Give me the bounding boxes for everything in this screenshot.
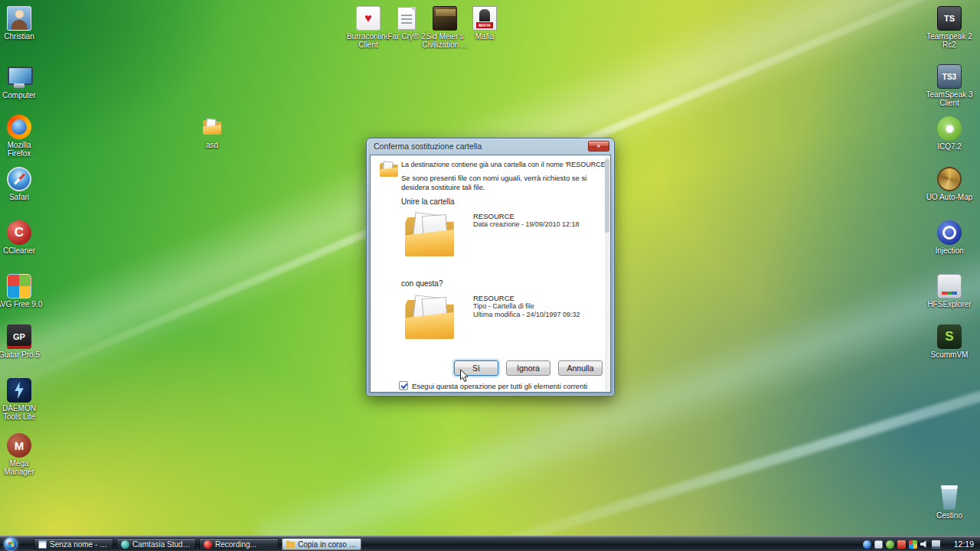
apply-to-all-label: Esegui questa operazione per tutti gli e… bbox=[412, 382, 587, 390]
mega-manager-icon bbox=[7, 433, 31, 458]
taskbar-button-notepad[interactable]: Senza nome - Blocco... bbox=[34, 538, 113, 550]
desktop-icon-recycle-bin[interactable]: Cestino bbox=[925, 485, 974, 520]
mafia-icon bbox=[472, 6, 497, 31]
tray-app-icon-light[interactable] bbox=[874, 540, 883, 549]
desktop-icon-ccleaner[interactable]: CCleaner bbox=[0, 220, 44, 255]
dialog-button-row: Sì Ignora Annulla bbox=[454, 360, 603, 376]
system-tray bbox=[863, 536, 940, 551]
desktop-icon-daemon-tools[interactable]: DAEMON Tools Lite bbox=[0, 378, 44, 421]
volume-icon[interactable] bbox=[920, 540, 929, 549]
recycle-bin-icon bbox=[939, 485, 959, 510]
notepad-icon bbox=[38, 540, 47, 549]
desktop-icon-label: TeamSpeak 3 Client bbox=[925, 90, 974, 107]
close-button[interactable]: × bbox=[588, 141, 609, 152]
source-folder-info: RESOURCE Data creazione - 19/09/2010 12:… bbox=[473, 212, 580, 229]
taskbar-button-label: Camtasia Studio - U... bbox=[132, 540, 191, 549]
desktop-icon-label: DAEMON Tools Lite bbox=[0, 404, 44, 421]
desktop-icon-injection[interactable]: Injection bbox=[925, 220, 974, 255]
yes-button[interactable]: Sì bbox=[454, 360, 498, 376]
desktop-icon-guitar-pro[interactable]: Guitar Pro 5 bbox=[0, 324, 44, 359]
with-this-label: con questa? bbox=[401, 279, 443, 288]
desktop-icon-label: CCleaner bbox=[3, 246, 35, 255]
network-icon[interactable] bbox=[932, 540, 940, 549]
teamspeak3-icon bbox=[937, 64, 962, 89]
dialog-subtext: Se sono presenti file con nomi uguali, v… bbox=[401, 174, 606, 192]
desktop-icon-label: Mega Manager bbox=[0, 459, 44, 476]
injection-icon bbox=[937, 220, 962, 245]
source-folder-detail: Data creazione - 19/09/2010 12:18 bbox=[473, 220, 580, 229]
target-folder-icon bbox=[404, 296, 455, 341]
desktop-icon-avg[interactable]: AVG Free 9.0 bbox=[0, 274, 44, 308]
confirm-folder-replace-dialog: Conferma sostituzione cartella × La dest… bbox=[366, 138, 615, 396]
desktop-icon-teamspeak3[interactable]: TeamSpeak 3 Client bbox=[925, 64, 974, 107]
dialog-title: Conferma sostituzione cartella bbox=[374, 142, 482, 151]
desktop-icon-label: Christian bbox=[4, 32, 34, 41]
target-folder-detail-type: Tipo - Cartella di file bbox=[473, 302, 580, 311]
desktop-icon-computer[interactable]: Computer bbox=[0, 65, 44, 99]
desktop-icon-firefox[interactable]: Mozilla Firefox bbox=[0, 115, 44, 158]
desktop-icon-uo-automap[interactable]: UO Auto-Map bbox=[925, 167, 974, 201]
ccleaner-icon bbox=[7, 220, 31, 245]
taskbar-button-recording[interactable]: Recording... bbox=[199, 538, 279, 550]
taskbar: Senza nome - Blocco... Camtasia Studio -… bbox=[0, 536, 980, 551]
tray-app-icon-red[interactable] bbox=[897, 540, 906, 549]
tray-avg-icon[interactable] bbox=[909, 540, 917, 549]
tray-app-icon-blue[interactable] bbox=[863, 540, 871, 549]
target-folder-detail-modified: Ultima modifica - 24/10/1997 09:32 bbox=[473, 311, 580, 319]
desktop-icon-label: AVG Free 9.0 bbox=[0, 300, 42, 308]
desktop-icon-safari[interactable]: Safari bbox=[0, 167, 44, 201]
taskbar-button-label: Senza nome - Blocco... bbox=[50, 540, 109, 549]
farcry2-icon bbox=[397, 7, 416, 30]
dialog-scrollbar[interactable] bbox=[605, 156, 609, 391]
source-folder-icon bbox=[404, 214, 455, 258]
desktop-icon-hfsexplorer[interactable]: HFSExplorer bbox=[925, 274, 974, 308]
uo-automap-icon bbox=[937, 167, 962, 191]
cancel-button[interactable]: Annulla bbox=[558, 360, 603, 376]
wallpaper-streak bbox=[250, 148, 980, 551]
taskbar-button-camtasia[interactable]: Camtasia Studio - U... bbox=[116, 538, 196, 550]
taskbar-button-copy-progress[interactable]: Copia in corso 21 ele... bbox=[282, 538, 361, 550]
teamspeak2-icon bbox=[937, 6, 962, 31]
ignore-button[interactable]: Ignora bbox=[506, 360, 550, 376]
taskbar-button-label: Copia in corso 21 ele... bbox=[298, 540, 357, 549]
taskbar-clock[interactable]: 12:19 bbox=[954, 536, 974, 551]
desktop-icon-label: Guitar Pro 5 bbox=[0, 350, 40, 359]
dialog-content: La destinazione contiene già una cartell… bbox=[370, 155, 611, 393]
desktop-icon-label: Teamspeak 2 Rc2 bbox=[925, 32, 974, 49]
hfsexplorer-icon bbox=[937, 274, 962, 298]
merge-folder-icon bbox=[379, 161, 398, 178]
camtasia-icon bbox=[121, 540, 129, 549]
desktop-icon-label: Computer bbox=[2, 91, 36, 99]
icq-icon bbox=[937, 116, 962, 141]
user-avatar-icon bbox=[7, 6, 31, 31]
desktop-icon-label: Cestino bbox=[936, 511, 962, 520]
desktop-icon-teamspeak2[interactable]: Teamspeak 2 Rc2 bbox=[925, 6, 974, 49]
desktop-icon-label: Mafia bbox=[475, 32, 494, 41]
dialog-intro-text: La destinazione contiene già una cartell… bbox=[401, 161, 611, 168]
desktop-icon-scummvm[interactable]: ScummVM bbox=[925, 324, 974, 359]
scummvm-icon bbox=[937, 324, 962, 349]
scrollbar-thumb[interactable] bbox=[605, 159, 609, 233]
guitar-pro-icon bbox=[7, 324, 31, 349]
burraconline-icon bbox=[356, 6, 381, 31]
copy-folder-icon bbox=[286, 540, 295, 549]
desktop-icon-mega-manager[interactable]: Mega Manager bbox=[0, 433, 44, 476]
desktop-icon-mafia[interactable]: Mafia bbox=[460, 6, 509, 41]
apply-to-all-row: Esegui questa operazione per tutti gli e… bbox=[399, 381, 587, 390]
start-button[interactable] bbox=[4, 537, 18, 551]
desktop-icon-asd-folder[interactable]: asd bbox=[188, 115, 237, 149]
tray-app-icon-green[interactable] bbox=[886, 540, 894, 549]
daemon-tools-icon bbox=[7, 378, 31, 403]
dialog-titlebar[interactable]: Conferma sostituzione cartella × bbox=[367, 139, 614, 155]
desktop-icon-icq[interactable]: ICQ7.2 bbox=[925, 116, 974, 151]
desktop-icon-label: HFSExplorer bbox=[927, 300, 971, 308]
desktop-icon-christian[interactable]: Christian bbox=[0, 6, 44, 41]
safari-icon bbox=[7, 167, 31, 191]
apply-to-all-checkbox[interactable] bbox=[399, 381, 408, 390]
desktop-icon-label: UO Auto-Map bbox=[926, 193, 973, 201]
desktop-icon-label: Safari bbox=[9, 193, 29, 201]
desktop-icon-label: asd bbox=[206, 141, 218, 149]
target-folder-name: RESOURCE bbox=[473, 294, 580, 302]
desktop[interactable]: Christian Computer Mozilla Firefox Safar… bbox=[0, 0, 980, 551]
taskbar-button-label: Recording... bbox=[215, 540, 256, 549]
